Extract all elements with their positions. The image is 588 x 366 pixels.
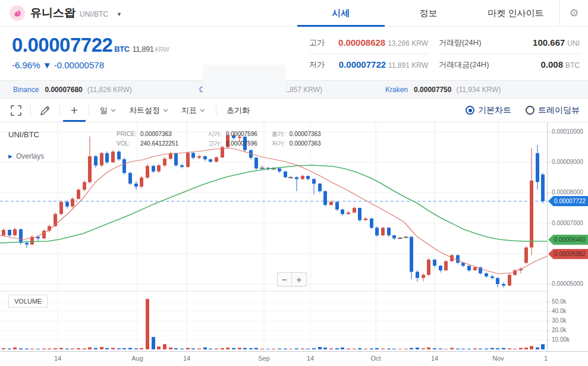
price-krw-unit: KRW: [155, 46, 169, 53]
indicators-dropdown[interactable]: 지표: [181, 105, 205, 116]
ma-fast-price-tag: 0.00005982: [548, 249, 588, 259]
stats-grid: 고가 0.0000862813,286 KRW 저가 0.0000772211,…: [309, 31, 580, 75]
basic-chart-label: 기본차트: [478, 105, 511, 116]
radio-unselected-icon: [526, 106, 534, 115]
uniswap-logo-icon: [10, 5, 25, 21]
price-axis-label: 0.00007000: [552, 220, 583, 226]
zoom-out-button[interactable]: −: [277, 272, 292, 286]
high-krw: 13,286 KRW: [388, 39, 428, 48]
price-axis-label: 0.00009000: [552, 159, 583, 165]
quote-section: 0.00007722BTC11,891KRW -6.96% ▼ -0.00000…: [0, 27, 588, 80]
exchange-name[interactable]: Kraken: [385, 86, 408, 94]
high-label: 고가: [309, 37, 325, 48]
divider: [59, 105, 60, 116]
volume-axis-label: 30.0k: [552, 317, 566, 324]
indicators-label: 지표: [181, 105, 197, 116]
chart-settings-dropdown[interactable]: 차트설정: [129, 105, 168, 116]
divider: [216, 105, 216, 116]
volume-label: 거래량(24H): [439, 37, 482, 48]
volume-axis-label: 40.0k: [552, 308, 566, 314]
radio-tradingview[interactable]: 트레이딩뷰: [526, 105, 580, 116]
tab-price[interactable]: 시세: [297, 0, 385, 26]
coin-pair: UNI/BTC: [80, 10, 108, 18]
chevron-down-icon: [163, 109, 168, 112]
zoom-in-button[interactable]: +: [292, 272, 307, 286]
volume-unit: UNI: [567, 39, 580, 48]
price-value: 0.00007722: [12, 34, 112, 56]
ma-slow-price-tag: 0.00006460: [548, 235, 588, 245]
tab-info[interactable]: 정보: [385, 0, 472, 26]
interval-label: 일: [100, 105, 108, 116]
draw-pencil-icon[interactable]: [35, 99, 55, 122]
current-price: 0.00007722BTC11,891KRW: [12, 35, 190, 55]
chart-toolbar: + 일 차트설정 지표 초기화 기본차트 트레이딩뷰: [0, 99, 588, 122]
info-open-label: 시가:: [208, 130, 226, 139]
info-price-value: 0.00007363: [140, 130, 172, 139]
time-axis-label: Oct: [364, 355, 388, 362]
time-axis-label: Nov: [486, 355, 510, 362]
stat-row-turnover: 거래대금(24H) 0.008BTC: [439, 53, 580, 75]
exchange-binance: Binance 0.00007680 (11,826 KRW): [0, 86, 186, 94]
price-axis-label: 0.00005000: [552, 280, 583, 287]
fullscreen-icon[interactable]: [6, 99, 26, 122]
time-axis-label: 14: [423, 355, 446, 362]
volume-axis-label: 20.0k: [552, 327, 566, 333]
stat-row-high: 고가 0.0000862813,286 KRW: [309, 31, 428, 53]
chevron-down-icon: [200, 109, 205, 112]
high-value: 0.00008628: [338, 37, 385, 48]
time-axis[interactable]: 14Aug14Sep14Oct14Nov1: [0, 351, 588, 366]
info-high-label: 고가:: [208, 139, 226, 149]
info-price-label: PRICE:: [117, 130, 140, 139]
change-percent: -6.96%: [12, 60, 40, 70]
radio-selected-icon: [466, 106, 474, 115]
radio-basic-chart[interactable]: 기본차트: [466, 105, 511, 116]
ohlc-info: PRICE:0.00007363 VOL:240.64122251 시가:0.0…: [117, 130, 329, 149]
info-low-value: 0.00007363: [290, 139, 321, 149]
down-arrow-icon: ▼: [43, 60, 52, 70]
exchange-krw: (11,934 KRW): [456, 86, 501, 94]
change-absolute: -0.00000578: [54, 60, 104, 70]
stat-row-volume: 거래량(24H) 100.667UNI: [439, 31, 580, 53]
settings-gear-icon[interactable]: ⚙: [559, 0, 588, 26]
tab-market-insight[interactable]: 마켓 인사이트: [472, 0, 559, 26]
overlays-toggle[interactable]: ▶ Overlays: [8, 152, 44, 160]
candlestick-chart[interactable]: [0, 122, 547, 351]
header: 유니스왑 UNI/BTC ▼ 시세 정보 마켓 인사이트 ⚙: [0, 0, 588, 27]
low-krw: 11,891 KRW: [388, 61, 428, 70]
time-axis-label: 14: [175, 355, 199, 362]
interval-dropdown[interactable]: 일: [100, 105, 116, 116]
low-label: 저가: [309, 59, 325, 70]
exchange-kraken: Kraken 0.00007750 (11,934 KRW): [372, 86, 558, 94]
time-axis-label: Aug: [125, 355, 149, 362]
overlays-label: Overlays: [16, 152, 44, 160]
info-high-value: 0.00007596: [226, 139, 257, 149]
volume-axis-label: 10.00k: [552, 336, 570, 343]
reset-button[interactable]: 초기화: [227, 105, 250, 116]
info-open-value: 0.00007596: [226, 130, 257, 139]
turnover-unit: BTC: [565, 61, 580, 70]
tradingview-label: 트레이딩뷰: [538, 105, 580, 116]
price-axis-label: 0.00010000: [552, 128, 583, 135]
time-axis-label: 14: [46, 355, 70, 362]
info-vol-label: VOL:: [117, 139, 140, 149]
coin-title: 유니스왑: [30, 5, 76, 21]
chart-settings-label: 차트설정: [129, 105, 160, 116]
current-price-tag: 0.00007722: [548, 196, 588, 206]
exchange-name[interactable]: Binance: [13, 86, 39, 94]
add-indicator-icon[interactable]: +: [64, 99, 84, 122]
time-axis-label: Sep: [252, 355, 276, 362]
chevron-down-icon: [111, 109, 116, 112]
zoom-controls: − +: [277, 272, 307, 286]
price-unit: BTC: [114, 45, 129, 53]
volume-pane-label: VOLUME: [8, 295, 48, 308]
info-close-label: 종가:: [272, 130, 290, 139]
price-krw: 11,891: [133, 45, 154, 53]
chart-area[interactable]: UNI/BTC ▶ Overlays PRICE:0.00007363 VOL:…: [0, 122, 588, 366]
info-vol-value: 240.64122251: [140, 139, 178, 149]
chart-symbol-label: UNI/BTC: [8, 130, 39, 139]
exchange-compare-bar: Binance 0.00007680 (11,826 KRW) Coinbase…: [0, 80, 588, 99]
exchange-price: 0.00007680: [45, 86, 82, 94]
volume-axis-label: 50.0k: [552, 298, 566, 305]
coin-dropdown-caret-icon[interactable]: ▼: [117, 11, 122, 17]
price-axis[interactable]: 0.000100000.000090000.000080000.00007000…: [547, 122, 588, 351]
